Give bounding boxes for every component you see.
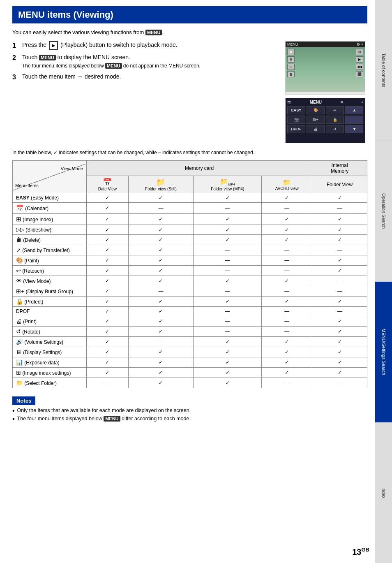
row-display-label: 🖥 (Display Settings) bbox=[13, 347, 87, 357]
menu-cell-print: 🖨 bbox=[307, 125, 325, 133]
menu-kbd-intro: MENU bbox=[145, 30, 162, 35]
sidebar-tab-operation-label: Operation Search bbox=[381, 193, 386, 229]
table-row: ▷▷ (Slideshow) ✓ ✓ ✓ ✓ ✓ bbox=[13, 225, 367, 235]
camera-screen-top: MENU ⚙ × ⊞ ▶ ◀◀ ⬛ 📋 ⊞ ▷ bbox=[285, 41, 365, 95]
menu-cell-scroll2 bbox=[345, 116, 363, 124]
col-avchd: 📁 AVCHD view bbox=[262, 176, 312, 193]
row-paint-label: 🎨 (Paint) bbox=[13, 255, 87, 266]
view-table: View Mode Menu items Memory card Interna… bbox=[12, 160, 367, 388]
memory-card-header: Memory card bbox=[87, 161, 312, 176]
row-easy-label: EASY (Easy Mode) bbox=[13, 193, 87, 203]
col-folder-view-internal: Folder View bbox=[312, 176, 367, 193]
row-print-label: 🖨 (Print) bbox=[13, 316, 87, 327]
menu-cell-easy: EASY bbox=[287, 106, 305, 114]
step-3-num: 3 bbox=[12, 73, 19, 82]
menu-grid: EASY 🎨 ↩ ▲ 📷 ⊞+ 🔒 DPOF 🖨 ↺ ▼ bbox=[287, 106, 363, 133]
indicator-text: In the table below, ✓ indicates settings… bbox=[12, 149, 367, 156]
menu-cell-rotate: ↺ bbox=[326, 125, 344, 133]
menu-top-row: 📷 MENU ⚙ × bbox=[287, 100, 363, 104]
menu-cell-scroll3: ▼ bbox=[345, 125, 363, 133]
table-row: ⊞+ (Display Burst Group) ✓ — — — — bbox=[13, 286, 367, 297]
col-folder-still: 📁 Folder view (Still) bbox=[128, 176, 193, 193]
sidebar-tab-index-label: Index bbox=[381, 487, 386, 498]
table-row: ↗ (Send by TransferJet) ✓ ✓ — — — bbox=[13, 245, 367, 255]
cam-top-bar: MENU ⚙ × bbox=[286, 42, 365, 47]
menu-cell-retouch: ↩ bbox=[326, 106, 344, 114]
menu-kbd-notes: MENU bbox=[104, 416, 120, 422]
row-rotate-label: ↺ (Rotate) bbox=[13, 327, 87, 337]
page-title: MENU items (Viewing) bbox=[12, 6, 367, 23]
menu-kbd-step2: MENU bbox=[39, 55, 55, 60]
sidebar-tab-operation[interactable]: Operation Search bbox=[375, 141, 392, 282]
row-burst-label: ⊞+ (Display Burst Group) bbox=[13, 286, 87, 297]
step-1: 1 Press the ▶ (Playback) button to switc… bbox=[12, 41, 277, 50]
step-2-content: Touch MENU to display the MENU screen. T… bbox=[22, 53, 277, 69]
row-transferjet-label: ↗ (Send by TransferJet) bbox=[13, 245, 87, 255]
cam-right-icons: ⊞ ▶ ◀◀ ⬛ bbox=[356, 49, 363, 77]
content-with-image: 1 Press the ▶ (Playback) button to switc… bbox=[12, 41, 367, 143]
col-folder-mp4: 📁MP4 Folder view (MP4) bbox=[194, 176, 262, 193]
menu-items-header-label: Menu items bbox=[15, 183, 39, 188]
row-volume-label: 🔊 (Volume Settings) bbox=[13, 337, 87, 347]
sidebar-tab-index[interactable]: Index bbox=[375, 423, 392, 563]
main-content: MENU items (Viewing) You can easily sele… bbox=[8, 0, 371, 432]
step-2: 2 Touch MENU to display the MENU screen.… bbox=[12, 53, 277, 69]
row-dpof-label: DPOF bbox=[13, 307, 87, 316]
table-header-row-1: View Mode Menu items Memory card Interna… bbox=[13, 161, 367, 176]
note-item-2: The four menu items displayed below MENU… bbox=[12, 416, 367, 422]
menu-cell-protect: 🔒 bbox=[326, 116, 344, 124]
row-retouch-label: ↩ (Retouch) bbox=[13, 266, 87, 276]
notes-list: Only the items that are available for ea… bbox=[12, 408, 367, 422]
row-image-index-settings-label: ⊞ (Image index settings) bbox=[13, 368, 87, 378]
row-slideshow-label: ▷▷ (Slideshow) bbox=[13, 225, 87, 235]
right-sidebar: Table of contents Operation Search MENU/… bbox=[375, 0, 392, 563]
menu-kbd-step2-sub: MENU bbox=[105, 63, 122, 69]
table-row: 📅 (Calendar) ✓ — — — — bbox=[13, 203, 367, 214]
step-3-content: Touch the menu item → desired mode. bbox=[22, 73, 277, 82]
table-row: ↩ (Retouch) ✓ ✓ — — ✓ bbox=[13, 266, 367, 276]
row-protect-label: 🔒 (Protect) bbox=[13, 297, 87, 307]
table-row: 🗑 (Delete) ✓ ✓ ✓ ✓ ✓ bbox=[13, 235, 367, 245]
note-item-1: Only the items that are available for ea… bbox=[12, 408, 367, 414]
table-row: ⊞ (Image Index) ✓ ✓ ✓ ✓ ✓ bbox=[13, 214, 367, 225]
row-calendar-label: 📅 (Calendar) bbox=[13, 203, 87, 214]
notes-badge: Notes bbox=[12, 396, 35, 405]
sidebar-tab-menu-settings[interactable]: MENU/Settings Search bbox=[375, 282, 392, 423]
step-3: 3 Touch the menu item → desired mode. bbox=[12, 73, 277, 82]
notes-section: Notes Only the items that are available … bbox=[12, 396, 367, 422]
table-row: EASY (Easy Mode) ✓ ✓ ✓ ✓ ✓ bbox=[13, 193, 367, 203]
sidebar-tab-menu-settings-label: MENU/Settings Search bbox=[381, 329, 386, 375]
step-2-num: 2 bbox=[12, 53, 19, 69]
menu-cell-burst: ⊞+ bbox=[307, 116, 325, 124]
table-row: 📊 (Exposure data) ✓ ✓ ✓ ✓ ✓ bbox=[13, 357, 367, 368]
table-row: 🔒 (Protect) ✓ ✓ ✓ ✓ ✓ bbox=[13, 297, 367, 307]
device-images: MENU ⚙ × ⊞ ▶ ◀◀ ⬛ 📋 ⊞ ▷ bbox=[285, 41, 367, 143]
table-row: 🖥 (Display Settings) ✓ ✓ ✓ ✓ ✓ bbox=[13, 347, 367, 357]
table-row: ↺ (Rotate) ✓ ✓ — — ✓ bbox=[13, 327, 367, 337]
sidebar-tab-toc-label: Table of contents bbox=[381, 53, 386, 87]
table-diagonal-header: View Mode Menu items bbox=[13, 161, 87, 193]
row-image-index-label: ⊞ (Image Index) bbox=[13, 214, 87, 225]
row-viewmode-label: 👁 (View Mode) bbox=[13, 276, 87, 286]
menu-cell-scroll: ▲ bbox=[345, 106, 363, 114]
table-row: 📁 (Select Folder) — ✓ ✓ — — bbox=[13, 378, 367, 388]
step-1-num: 1 bbox=[12, 41, 19, 50]
col-date-view: 📅 Date View bbox=[87, 176, 129, 193]
menu-screen: 📷 MENU ⚙ × EASY 🎨 ↩ ▲ 📷 ⊞+ 🔒 bbox=[286, 98, 365, 143]
cam-left-icons: 📋 ⊞ ▷ 🗑 bbox=[287, 49, 295, 77]
steps-section: 1 Press the ▶ (Playback) button to switc… bbox=[12, 41, 277, 143]
sidebar-tab-toc[interactable]: Table of contents bbox=[375, 0, 392, 141]
menu-cell-dpof: DPOF bbox=[287, 125, 305, 133]
camera-screen-bottom: 📷 MENU ⚙ × EASY 🎨 ↩ ▲ 📷 ⊞+ 🔒 bbox=[285, 98, 365, 143]
row-select-folder-label: 📁 (Select Folder) bbox=[13, 378, 87, 388]
page-number: 13GB bbox=[352, 547, 369, 557]
playback-icon: ▶ bbox=[49, 41, 58, 50]
menu-cell-paint: 🎨 bbox=[307, 106, 325, 114]
table-row: ⊞ (Image index settings) ✓ ✓ ✓ ✓ ✓ bbox=[13, 368, 367, 378]
table-row: 🖨 (Print) ✓ ✓ — — ✓ bbox=[13, 316, 367, 327]
table-row: DPOF ✓ ✓ — — — bbox=[13, 307, 367, 316]
step-1-content: Press the ▶ (Playback) button to switch … bbox=[22, 41, 277, 50]
step-list: 1 Press the ▶ (Playback) button to switc… bbox=[12, 41, 277, 82]
internal-memory-header: InternalMemory bbox=[312, 161, 367, 176]
row-exposure-label: 📊 (Exposure data) bbox=[13, 357, 87, 368]
